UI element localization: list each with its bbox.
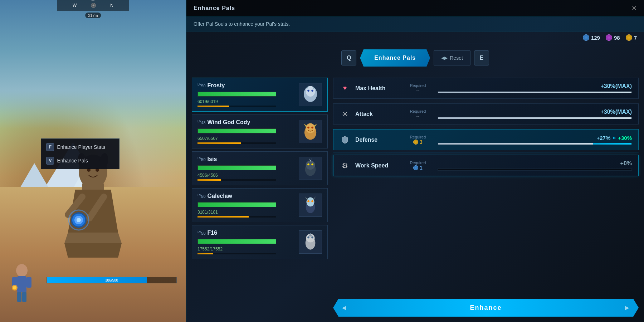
pal-info-windgod: LV48 Wind God Cody 6507/6507	[197, 119, 299, 144]
svg-marker-1	[64, 233, 122, 243]
defense-value-upgrade: +27% » +30%	[597, 135, 632, 141]
heart-icon: ♥	[340, 83, 350, 93]
pal-hp-bar-f16	[197, 239, 276, 244]
pal-hp-text-windgod: 6507/6507	[197, 136, 218, 141]
pal-name-row-f16: LV50 F16	[197, 230, 299, 236]
enhance-pals-label: Enhance Pals	[57, 158, 88, 164]
pal-hp-bar-windgod	[197, 128, 276, 133]
enhance-player-key: F	[46, 143, 54, 151]
pal-card-isis[interactable]: LV50 Isis 4586/4586	[192, 151, 328, 185]
svg-point-44	[307, 236, 309, 238]
pal-level-galeclaw: LV50	[197, 193, 206, 199]
pal-xp-bar-frosty	[197, 106, 276, 107]
attack-icon: ✳	[340, 109, 350, 119]
attack-progress-bar	[438, 117, 632, 119]
gold-icon-defense	[413, 140, 418, 145]
upgrade-arrow-icon: »	[613, 135, 616, 141]
distance-badge: 217m	[85, 13, 101, 18]
health-value-display: +30%(MAX)	[600, 83, 632, 89]
svg-point-30	[307, 126, 309, 128]
q-key-button[interactable]: Q	[341, 50, 356, 65]
stat-row-defense[interactable]: Defense Required 3 +27% » +30%	[333, 129, 639, 150]
svg-rect-20	[17, 292, 21, 302]
pal-card-galeclaw[interactable]: LV50 Galeclaw 3181/3181	[192, 188, 328, 222]
gold-soul-icon	[626, 34, 632, 41]
context-item-enhance-player[interactable]: F Enhance Player Stats	[43, 140, 118, 154]
pal-name-frosty: Frosty	[208, 82, 225, 89]
stat-value-area-health: +30%(MAX)	[438, 83, 632, 93]
pal-hp-container-f16: 17552/17552	[197, 239, 276, 254]
stat-required-max-health: Required --	[404, 83, 432, 93]
pal-card-windgod[interactable]: LV48 Wind God Cody 6507/6507	[192, 114, 328, 148]
svg-point-34	[307, 163, 309, 165]
pal-name-row-isis: LV50 Isis	[197, 156, 299, 162]
pal-name-row: LV50 Frosty	[197, 82, 299, 89]
e-key-button[interactable]: E	[474, 50, 489, 65]
pal-name-galeclaw: Galeclaw	[208, 193, 232, 199]
hud-compass: W ☉ N	[57, 0, 129, 11]
pal-hp-fill-windgod	[198, 129, 276, 133]
purple-currency: 98	[606, 34, 620, 41]
divider-2	[333, 127, 639, 127]
context-item-enhance-pals[interactable]: V Enhance Pals	[43, 154, 118, 167]
stat-row-max-health[interactable]: ♥ Max Health Required -- +30%(MAX)	[333, 78, 639, 99]
reset-tab[interactable]: ◀▶ Reset	[434, 50, 470, 65]
blue-soul-icon	[583, 34, 589, 41]
attack-progress-fill	[438, 117, 631, 119]
stat-spacer	[333, 178, 639, 289]
pal-hp-container-windgod: 6507/6507	[197, 128, 276, 144]
divider-bottom	[333, 291, 639, 291]
pal-hp-fill-f16	[198, 239, 276, 244]
pal-hp-container-isis: 4586/4586	[197, 165, 276, 181]
pal-hp-bar-galeclaw	[197, 202, 276, 207]
purple-soul-icon	[606, 34, 612, 41]
pal-hp-container-frosty: 6019/6019	[197, 92, 276, 107]
svg-point-45	[311, 236, 313, 238]
pal-xp-bar-windgod	[197, 142, 276, 144]
context-menu: F Enhance Player Stats V Enhance Pals	[41, 138, 119, 169]
compass-center: ☉	[91, 3, 96, 8]
defense-icon	[340, 135, 350, 145]
required-label-work-speed: Required	[410, 161, 426, 165]
pal-xp-fill-frosty	[197, 106, 229, 107]
pal-hp-fill-frosty	[198, 92, 276, 96]
close-button[interactable]: ✕	[631, 4, 637, 12]
pal-level-windgod: LV48	[197, 119, 206, 125]
required-label-attack: Required	[410, 109, 426, 113]
pal-avatar-frosty	[299, 83, 322, 106]
enhance-button[interactable]: Enhance	[333, 299, 639, 317]
blue-count: 129	[591, 35, 600, 41]
required-num-defense: 3	[420, 139, 423, 145]
svg-point-29	[306, 123, 315, 133]
pal-card-f16[interactable]: LV50 F16 17552/17552	[192, 225, 328, 259]
pal-card-frosty[interactable]: LV50 Frosty 6019/6019	[192, 78, 328, 112]
pal-name-windgod: Wind God Cody	[208, 119, 250, 126]
required-icon-defense: 3	[413, 139, 423, 145]
title-bar: Enhance Pals ✕	[186, 0, 644, 17]
health-progress-fill	[438, 92, 631, 93]
svg-rect-17	[17, 276, 26, 292]
compass-north: N	[110, 3, 113, 8]
pal-name-isis: Isis	[208, 156, 217, 162]
attack-value-display: +30%(MAX)	[600, 109, 632, 115]
enhance-pals-tab[interactable]: Enhance Pals	[360, 49, 430, 67]
reset-arrow-left: ◀▶	[441, 55, 448, 60]
player-character	[9, 263, 34, 303]
stat-row-work-speed[interactable]: ⚙ Work Speed Required 1 +0%	[333, 155, 639, 176]
defense-progress-fill	[438, 143, 593, 145]
enhance-pals-key: V	[46, 157, 54, 165]
stat-row-attack[interactable]: ✳ Attack Required -- +30%(MAX)	[333, 103, 639, 125]
stat-panel: ♥ Max Health Required -- +30%(MAX) ✳ Att…	[333, 78, 639, 317]
divider-1	[333, 101, 639, 101]
purple-count: 98	[614, 35, 620, 41]
pal-name-f16: F16	[208, 230, 218, 236]
svg-rect-19	[26, 277, 31, 288]
defense-next-value: +30%	[618, 135, 632, 141]
pal-hp-bar-isis	[197, 165, 276, 170]
pal-xp-fill-f16	[197, 253, 213, 254]
tab-bar: Q Enhance Pals ◀▶ Reset E	[186, 44, 644, 72]
svg-point-38	[307, 200, 309, 202]
gold-count: 7	[634, 35, 637, 41]
reset-label: Reset	[450, 55, 463, 61]
svg-point-16	[16, 264, 28, 277]
